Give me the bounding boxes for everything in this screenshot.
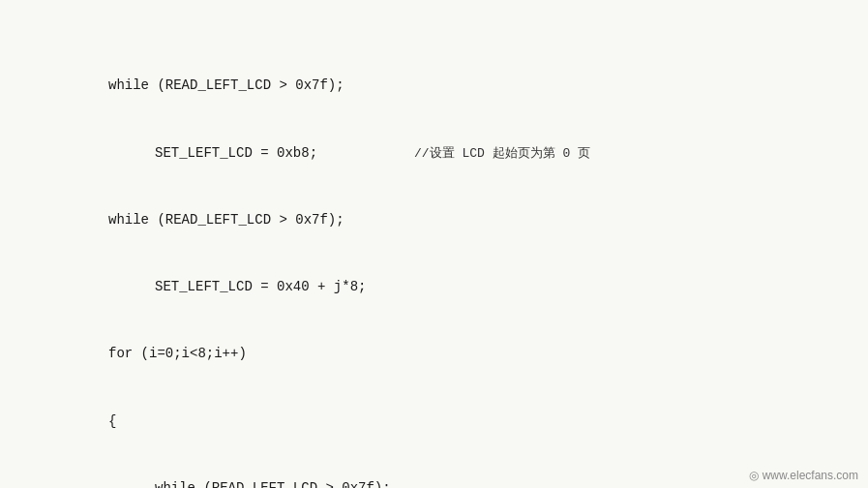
code-line-5: for (i=0;i<8;i++) [15, 343, 853, 365]
code-line-7: while (READ_LEFT_LCD > 0x7f); [15, 477, 853, 488]
code-line-1: while (READ_LEFT_LCD > 0x7f); [15, 75, 853, 97]
code-text: while (READ_LEFT_LCD > 0x7f); [15, 209, 344, 231]
code-line-3: while (READ_LEFT_LCD > 0x7f); [15, 209, 853, 231]
code-block: while (READ_LEFT_LCD > 0x7f); SET_LEFT_L… [15, 8, 853, 488]
code-comment: //设置 LCD 起始页为第 0 页 [317, 143, 590, 164]
code-line-4: SET_LEFT_LCD = 0x40 + j*8; [15, 276, 853, 298]
code-line-2: SET_LEFT_LCD = 0xb8; //设置 LCD 起始页为第 0 页 [15, 142, 853, 165]
code-container: while (READ_LEFT_LCD > 0x7f); SET_LEFT_L… [0, 0, 868, 488]
code-text: SET_LEFT_LCD = 0x40 + j*8; [15, 276, 366, 298]
code-text: { [15, 411, 116, 433]
code-text: while (READ_LEFT_LCD > 0x7f); [15, 75, 344, 97]
code-line-6: { [15, 411, 853, 433]
code-text: SET_LEFT_LCD = 0xb8; [15, 142, 317, 165]
code-text: for (i=0;i<8;i++) [15, 343, 247, 365]
code-text: while (READ_LEFT_LCD > 0x7f); [15, 477, 391, 488]
watermark: ◎ www.elecfans.com [749, 469, 858, 482]
